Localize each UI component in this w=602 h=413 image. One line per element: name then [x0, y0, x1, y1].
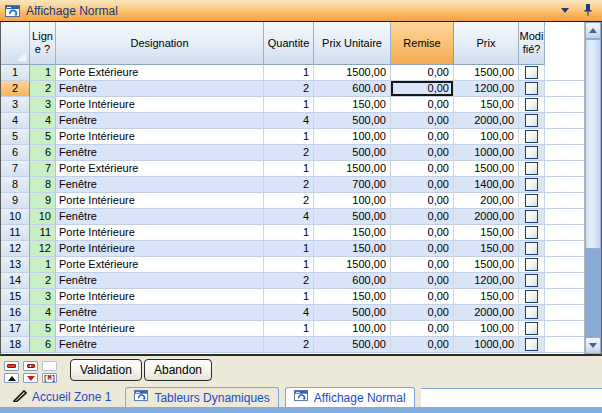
cell-quantite[interactable]: 2 [264, 193, 314, 209]
cell-modifie[interactable] [519, 273, 545, 289]
cell-prix[interactable]: 150,00 [454, 289, 519, 305]
modified-checkbox[interactable] [525, 130, 538, 143]
modified-checkbox[interactable] [525, 306, 538, 319]
cell-prix[interactable]: 1000,00 [454, 145, 519, 161]
cell-prix[interactable]: 150,00 [454, 241, 519, 257]
cell-modifie[interactable] [519, 337, 545, 353]
cell-designation[interactable]: Fenêtre [56, 145, 264, 161]
cell-remise[interactable]: 0,00 [391, 225, 454, 241]
row-header-cell[interactable]: 3 [1, 97, 30, 113]
cell-designation[interactable]: Porte Extérieure [56, 257, 264, 273]
cell-quantite[interactable]: 4 [264, 113, 314, 129]
cell-modifie[interactable] [519, 97, 545, 113]
cell-prix-unitaire[interactable]: 150,00 [314, 241, 391, 257]
cell-designation[interactable]: Porte Intérieure [56, 241, 264, 257]
cell-prix[interactable]: 1200,00 [454, 273, 519, 289]
cell-modifie[interactable] [519, 113, 545, 129]
cell-remise[interactable]: 0,00 [391, 145, 454, 161]
row-header-cell[interactable]: 2 [1, 81, 30, 97]
cell-modifie[interactable] [519, 241, 545, 257]
cell-modifie[interactable] [519, 225, 545, 241]
cell-ligne[interactable]: 12 [30, 241, 56, 257]
cell-quantite[interactable]: 4 [264, 209, 314, 225]
modified-checkbox[interactable] [525, 82, 538, 95]
cell-quantite[interactable]: 2 [264, 273, 314, 289]
cell-designation[interactable]: Porte Extérieure [56, 161, 264, 177]
cell-quantite[interactable]: 2 [264, 337, 314, 353]
cell-modifie[interactable] [519, 145, 545, 161]
cell-quantite[interactable]: 1 [264, 241, 314, 257]
cell-prix[interactable]: 2000,00 [454, 113, 519, 129]
cell-modifie[interactable] [519, 193, 545, 209]
cell-remise[interactable]: 0,00 [391, 81, 454, 97]
row-header-cell[interactable]: 17 [1, 321, 30, 337]
cell-modifie[interactable] [519, 321, 545, 337]
column-header-remise[interactable]: Remise [391, 22, 454, 65]
cell-prix[interactable]: 100,00 [454, 129, 519, 145]
cell-prix[interactable]: 1500,00 [454, 161, 519, 177]
row-header-cell[interactable]: 13 [1, 257, 30, 273]
cell-quantite[interactable]: 1 [264, 289, 314, 305]
cell-ligne[interactable]: 2 [30, 273, 56, 289]
cell-remise[interactable]: 0,00 [391, 321, 454, 337]
cell-ligne[interactable]: 6 [30, 337, 56, 353]
chevron-down-icon[interactable] [561, 8, 569, 13]
row-header-cell[interactable]: 5 [1, 129, 30, 145]
cell-remise[interactable]: 0,00 [391, 129, 454, 145]
cell-remise[interactable]: 0,00 [391, 337, 454, 353]
modified-checkbox[interactable] [525, 66, 538, 79]
column-header-designation[interactable]: Designation [56, 22, 264, 65]
cell-remise[interactable]: 0,00 [391, 241, 454, 257]
cell-prix-unitaire[interactable]: 600,00 [314, 81, 391, 97]
cell-prix[interactable]: 1000,00 [454, 337, 519, 353]
row-header-cell[interactable]: 8 [1, 177, 30, 193]
cell-designation[interactable]: Porte Intérieure [56, 225, 264, 241]
cell-ligne[interactable]: 4 [30, 113, 56, 129]
cell-remise[interactable]: 0,00 [391, 161, 454, 177]
cell-ligne[interactable]: 6 [30, 145, 56, 161]
cell-prix-unitaire[interactable]: 150,00 [314, 225, 391, 241]
cell-prix-unitaire[interactable]: 150,00 [314, 97, 391, 113]
cell-quantite[interactable]: 1 [264, 97, 314, 113]
cell-modifie[interactable] [519, 209, 545, 225]
tab-tableurs-dynamiques[interactable]: Tableurs Dynamiques [125, 387, 278, 407]
cell-prix-unitaire[interactable]: 500,00 [314, 113, 391, 129]
abandon-button[interactable]: Abandon [144, 359, 212, 381]
cell-prix-unitaire[interactable]: 100,00 [314, 193, 391, 209]
validation-button[interactable]: Validation [70, 359, 142, 381]
cell-designation[interactable]: Fenêtre [56, 209, 264, 225]
cell-quantite[interactable]: 1 [264, 225, 314, 241]
grid-corner-cell[interactable] [1, 22, 30, 65]
cell-remise[interactable]: 0,00 [391, 305, 454, 321]
modified-checkbox[interactable] [525, 178, 538, 191]
row-header-cell[interactable]: 9 [1, 193, 30, 209]
delete-row-button[interactable] [4, 361, 19, 371]
cell-modifie[interactable] [519, 65, 545, 81]
row-header-cell[interactable]: 4 [1, 113, 30, 129]
cell-prix[interactable]: 2000,00 [454, 305, 519, 321]
cell-prix-unitaire[interactable]: 1500,00 [314, 65, 391, 81]
row-header-cell[interactable]: 14 [1, 273, 30, 289]
cell-ligne[interactable]: 3 [30, 97, 56, 113]
cell-prix[interactable]: 1500,00 [454, 65, 519, 81]
cell-prix-unitaire[interactable]: 1500,00 [314, 161, 391, 177]
cell-prix-unitaire[interactable]: 700,00 [314, 177, 391, 193]
cell-prix[interactable]: 150,00 [454, 225, 519, 241]
row-up-button[interactable] [4, 373, 19, 383]
cell-ligne[interactable]: 3 [30, 289, 56, 305]
cell-designation[interactable]: Fenêtre [56, 177, 264, 193]
cell-quantite[interactable]: 2 [264, 177, 314, 193]
cell-designation[interactable]: Fenêtre [56, 305, 264, 321]
cell-prix[interactable]: 1200,00 [454, 81, 519, 97]
cell-quantite[interactable]: 1 [264, 161, 314, 177]
tab-affichage-normal[interactable]: Affichage Normal [285, 387, 415, 407]
scrollbar-thumb[interactable] [585, 39, 601, 249]
cell-remise[interactable]: 0,00 [391, 193, 454, 209]
column-header-modifie[interactable]: Modifié? [519, 22, 545, 65]
column-header-ligne[interactable]: Ligne ? [30, 22, 56, 65]
row-header-cell[interactable]: 15 [1, 289, 30, 305]
column-header-prix[interactable]: Prix [454, 22, 519, 65]
scroll-down-button[interactable] [585, 337, 601, 354]
cell-prix-unitaire[interactable]: 1500,00 [314, 257, 391, 273]
cell-quantite[interactable]: 1 [264, 257, 314, 273]
